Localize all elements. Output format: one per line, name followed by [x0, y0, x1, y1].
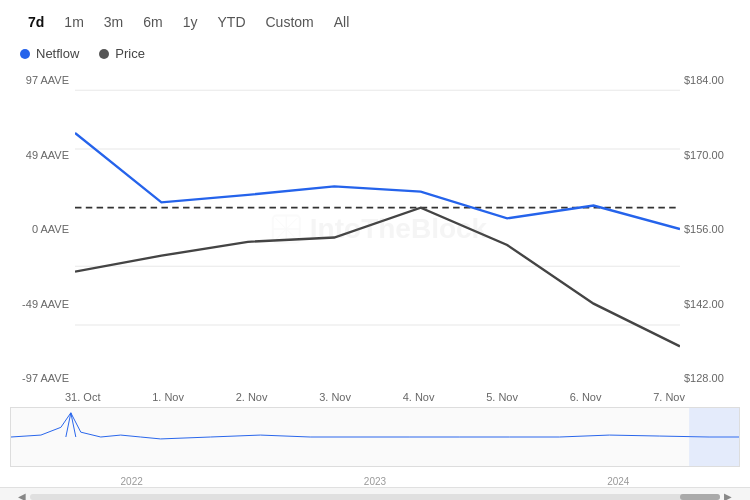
- toolbar-btn-custom[interactable]: Custom: [258, 10, 322, 34]
- y-label-left: -49 AAVE: [10, 298, 75, 310]
- x-label: 6. Nov: [570, 391, 602, 403]
- y-label-left: 97 AAVE: [10, 74, 75, 86]
- toolbar-btn-1y[interactable]: 1y: [175, 10, 206, 34]
- main-chart-wrapper: 97 AAVE49 AAVE0 AAVE-49 AAVE-97 AAVE $18…: [0, 69, 750, 389]
- time-range-toolbar: 7d1m3m6m1yYTDCustomAll: [0, 10, 750, 42]
- mini-year-label: 2023: [364, 476, 386, 487]
- toolbar-btn-ytd[interactable]: YTD: [210, 10, 254, 34]
- y-label-right: $184.00: [680, 74, 740, 86]
- x-label: 4. Nov: [403, 391, 435, 403]
- y-axis-left: 97 AAVE49 AAVE0 AAVE-49 AAVE-97 AAVE: [10, 69, 75, 389]
- mini-chart-container[interactable]: [10, 407, 740, 467]
- mini-chart-year-labels: 202220232024: [10, 476, 740, 487]
- x-label: 5. Nov: [486, 391, 518, 403]
- toolbar-btn-all[interactable]: All: [326, 10, 358, 34]
- toolbar-btn-3m[interactable]: 3m: [96, 10, 131, 34]
- chart-area: 97 AAVE49 AAVE0 AAVE-49 AAVE-97 AAVE $18…: [10, 69, 740, 389]
- toolbar-btn-6m[interactable]: 6m: [135, 10, 170, 34]
- scroll-right-button[interactable]: ▶: [720, 491, 736, 500]
- x-label: 7. Nov: [653, 391, 685, 403]
- y-label-right: $170.00: [680, 149, 740, 161]
- scroll-left-button[interactable]: ◀: [14, 491, 30, 500]
- y-label-right: $128.00: [680, 372, 740, 384]
- netflow-dot: [20, 49, 30, 59]
- x-axis-labels: 31. Oct1. Nov2. Nov3. Nov4. Nov5. Nov6. …: [0, 389, 750, 403]
- y-label-left: 49 AAVE: [10, 149, 75, 161]
- scrollbar-area: ◀ ▶: [0, 487, 750, 500]
- price-dot: [99, 49, 109, 59]
- legend-netflow: Netflow: [20, 46, 79, 61]
- y-label-left: 0 AAVE: [10, 223, 75, 235]
- mini-year-label: 2022: [121, 476, 143, 487]
- y-label-right: $156.00: [680, 223, 740, 235]
- x-label: 2. Nov: [236, 391, 268, 403]
- mini-year-label: 2024: [607, 476, 629, 487]
- chart-svg: [75, 69, 680, 389]
- mini-chart-wrapper: 202220232024: [0, 407, 750, 487]
- legend-price: Price: [99, 46, 145, 61]
- y-axis-right: $184.00$170.00$156.00$142.00$128.00: [680, 69, 740, 389]
- chart-legend: Netflow Price: [0, 42, 750, 69]
- price-label: Price: [115, 46, 145, 61]
- main-container: 7d1m3m6m1yYTDCustomAll Netflow Price 97 …: [0, 0, 750, 500]
- x-label: 3. Nov: [319, 391, 351, 403]
- scrollbar-thumb[interactable]: [680, 494, 720, 500]
- toolbar-btn-1m[interactable]: 1m: [56, 10, 91, 34]
- mini-chart-svg: [11, 408, 739, 466]
- chart-svg-container: IntoTheBlock: [75, 69, 680, 389]
- y-label-right: $142.00: [680, 298, 740, 310]
- svg-rect-10: [689, 408, 739, 466]
- netflow-label: Netflow: [36, 46, 79, 61]
- toolbar-btn-7d[interactable]: 7d: [20, 10, 52, 34]
- scrollbar-track[interactable]: [30, 494, 720, 500]
- y-label-left: -97 AAVE: [10, 372, 75, 384]
- x-label: 1. Nov: [152, 391, 184, 403]
- x-label: 31. Oct: [65, 391, 100, 403]
